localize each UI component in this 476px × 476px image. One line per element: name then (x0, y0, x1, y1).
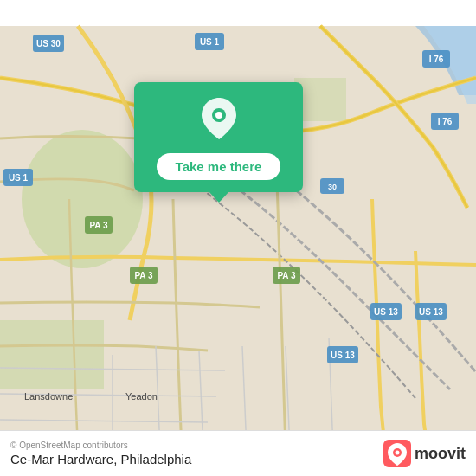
svg-text:US 30: US 30 (36, 39, 61, 48)
moovit-icon (383, 440, 411, 467)
bottom-bar: © OpenStreetMap contributors Ce-Mar Hard… (0, 430, 476, 476)
svg-text:Yeadon: Yeadon (125, 391, 158, 402)
svg-text:PA 3: PA 3 (134, 271, 153, 280)
svg-text:Lansdowne: Lansdowne (24, 391, 73, 402)
svg-point-33 (215, 112, 222, 119)
svg-text:US 13: US 13 (331, 351, 355, 360)
svg-point-1 (22, 130, 143, 268)
svg-text:PA 3: PA 3 (277, 271, 296, 280)
place-name: Ce-Mar Hardware, Philadelphia (10, 452, 191, 466)
bottom-left-info: © OpenStreetMap contributors Ce-Mar Hard… (10, 441, 191, 466)
svg-text:30: 30 (328, 183, 337, 191)
location-pin-icon (202, 98, 236, 143)
svg-text:PA 3: PA 3 (89, 221, 108, 230)
svg-text:I 76: I 76 (429, 55, 444, 64)
svg-text:US 13: US 13 (419, 307, 443, 317)
map-attribution: © OpenStreetMap contributors (10, 441, 191, 450)
svg-text:I 76: I 76 (438, 117, 453, 126)
moovit-logo: moovit (383, 440, 466, 467)
moovit-brand-text: moovit (415, 445, 466, 463)
svg-text:US 1: US 1 (200, 37, 220, 47)
map-container: US 30 US 1 I 76 US 1 US 30 I 76 PA 3 PA … (0, 0, 476, 476)
popup-card: Take me there (134, 82, 303, 192)
map-background: US 30 US 1 I 76 US 1 US 30 I 76 PA 3 PA … (0, 0, 476, 476)
take-me-there-button[interactable]: Take me there (157, 153, 281, 180)
svg-text:US 13: US 13 (374, 307, 398, 317)
svg-text:US 1: US 1 (9, 173, 29, 183)
svg-point-36 (395, 451, 399, 455)
svg-rect-2 (0, 320, 104, 389)
